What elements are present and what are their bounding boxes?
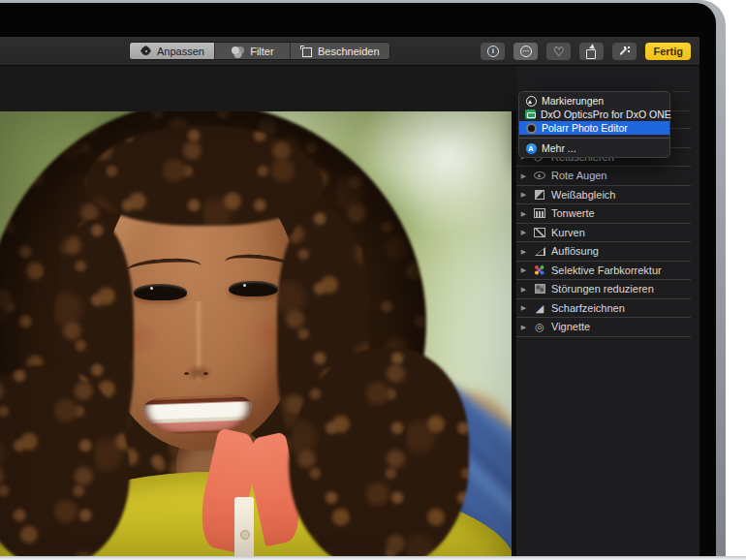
extensions-dots-icon: [520, 46, 532, 57]
app-store-icon: [525, 143, 537, 154]
sidebar-item-aufloesung[interactable]: Auflösung: [516, 242, 691, 262]
chevron-right-icon[interactable]: [519, 265, 528, 274]
chevron-right-icon[interactable]: [519, 247, 528, 256]
tab-anpassen-label: Anpassen: [157, 46, 204, 57]
favorite-button[interactable]: [546, 43, 571, 60]
tab-anpassen[interactable]: Anpassen: [130, 43, 215, 59]
menu-item-mehr[interactable]: Mehr ...: [519, 141, 669, 155]
crop-icon: [300, 46, 313, 57]
noise-reduction-icon: [532, 284, 547, 294]
chevron-right-icon[interactable]: [519, 303, 528, 312]
chevron-right-icon[interactable]: [519, 323, 528, 331]
vignette-icon: [532, 321, 547, 332]
enhance-button[interactable]: [612, 43, 637, 60]
chevron-right-icon[interactable]: [519, 285, 528, 294]
sidebar-item-weissabgleich[interactable]: Weißabgleich: [516, 186, 691, 205]
editor-background: [0, 66, 516, 111]
heart-icon: [553, 46, 565, 58]
tab-filter-label: Filter: [250, 46, 273, 57]
adjust-dial-icon: [140, 45, 152, 57]
selective-color-icon: [532, 264, 547, 276]
rotate-icon: [585, 46, 598, 58]
magic-wand-icon: [618, 46, 631, 58]
curves-icon: [532, 228, 547, 237]
sidebar-item-rote-augen[interactable]: Rote Augen: [516, 167, 691, 186]
menu-separator: [519, 138, 669, 139]
info-button[interactable]: [481, 43, 505, 60]
sidebar-item-selektive-farbkorrektur[interactable]: Selektive Farbkorrektur: [516, 262, 691, 281]
dxo-opticspro-icon: [525, 109, 536, 119]
sidebar-item-kurven[interactable]: Kurven: [516, 224, 691, 243]
tab-beschneiden[interactable]: Beschneiden: [291, 43, 389, 59]
rotate-button[interactable]: [579, 43, 604, 60]
resolution-icon: [532, 247, 547, 256]
editor-content: Schwarzweiß Retuschieren Rote Augen Weiß…: [0, 66, 699, 560]
chevron-right-icon[interactable]: [519, 228, 528, 236]
tab-beschneiden-label: Beschneiden: [318, 46, 380, 57]
menu-item-dxo-opticspro[interactable]: DxO OpticsPro for DxO ONE: [519, 108, 669, 121]
sidebar-item-tonwerte[interactable]: Tonwerte: [516, 204, 691, 224]
menu-item-markierungen[interactable]: Markierungen: [519, 94, 669, 108]
done-button[interactable]: Fertig: [645, 43, 691, 60]
menu-item-polarr-photo-editor[interactable]: Polarr Photo Editor: [519, 121, 669, 135]
page-bottom-edge: [0, 556, 746, 560]
polarr-icon: [525, 123, 537, 134]
photo-canvas[interactable]: [0, 111, 512, 560]
extensions-button[interactable]: [513, 43, 538, 60]
filter-circles-icon: [231, 46, 245, 57]
sharpen-icon: [532, 302, 547, 314]
separator: [672, 91, 691, 92]
separator: [672, 110, 691, 111]
photo-vignette-overlay: [0, 111, 512, 560]
white-balance-icon: [532, 190, 547, 200]
info-icon: [487, 46, 499, 57]
levels-icon: [532, 208, 547, 218]
toolbar-action-buttons: Fertig: [481, 43, 691, 60]
markup-icon: [525, 96, 537, 107]
tab-filter[interactable]: Filter: [215, 43, 291, 59]
red-eye-icon: [532, 171, 547, 179]
chevron-right-icon[interactable]: [519, 171, 528, 180]
chevron-right-icon[interactable]: [519, 209, 528, 218]
sidebar-item-vignette[interactable]: Vignette: [516, 318, 691, 337]
edit-mode-segmented-control: Anpassen Filter Beschneiden: [129, 42, 390, 60]
edit-toolbar: Anpassen Filter Beschneiden: [0, 37, 699, 66]
extensions-dropdown-menu: Markierungen DxO OpticsPro for DxO ONE P…: [518, 91, 670, 158]
photos-app-screen: Anpassen Filter Beschneiden: [0, 37, 699, 560]
sidebar-item-stoerungen-reduzieren[interactable]: Störungen reduzieren: [516, 280, 691, 299]
sidebar-item-scharfzeichnen[interactable]: Scharfzeichnen: [516, 299, 691, 319]
chevron-right-icon[interactable]: [519, 190, 528, 199]
adjustments-list: Schwarzweiß Retuschieren Rote Augen Weiß…: [516, 128, 691, 337]
